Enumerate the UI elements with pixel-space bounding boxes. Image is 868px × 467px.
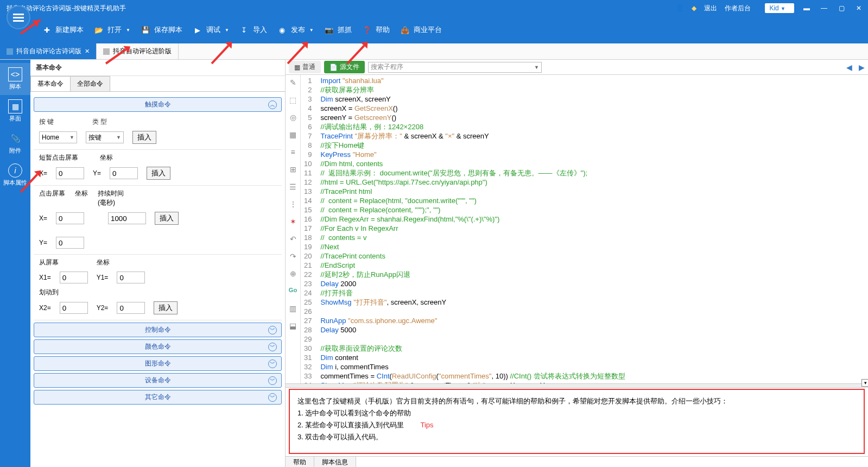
tool-icon[interactable]: ⬓ — [288, 321, 298, 331]
key-select[interactable]: Home▼ — [39, 131, 77, 143]
section-control[interactable]: 控制命令︾ — [34, 323, 282, 337]
subtab-all[interactable]: 全部命令 — [70, 76, 110, 91]
tab-poem-version[interactable]: 抖音自动评论古诗词版✕ — [0, 43, 97, 59]
shortclick-y-input[interactable] — [110, 167, 138, 179]
publish-icon: ◉ — [277, 24, 288, 35]
section-touch[interactable]: 触摸命令︽ — [34, 97, 282, 112]
save-icon: 💾 — [140, 24, 151, 35]
debug-button[interactable]: ▶调试▼ — [192, 24, 229, 35]
tool-icon[interactable]: ☰ — [288, 182, 298, 192]
new-script-button[interactable]: ✚新建脚本 — [41, 24, 84, 35]
click-y-input[interactable] — [56, 237, 84, 249]
bottom-tab-scriptinfo[interactable]: 脚本信息 — [314, 457, 356, 467]
tool-icon[interactable]: ≡ — [288, 148, 298, 157]
plus-icon: ✚ — [41, 24, 52, 35]
close-icon[interactable]: ✕ — [85, 48, 90, 55]
bottom-tab-help[interactable]: 帮助 — [286, 457, 314, 467]
minimize-icon[interactable]: ▬ — [802, 4, 812, 12]
panel-title: 基本命令 — [30, 60, 285, 76]
tool-icon[interactable]: ◎ — [288, 113, 298, 123]
swipe-x2-input[interactable] — [60, 302, 88, 314]
help-panel: 这里包含了按键精灵（手机版）官方目前支持的所有语句，有尽可能详细的帮助和例子，希… — [289, 389, 865, 454]
close-icon[interactable]: ✕ — [854, 4, 864, 12]
nav-fwd-button[interactable]: ▶ — [859, 63, 865, 72]
main-toolbar: ✚新建脚本 📂打开▼ 💾保存脚本 ▶调试▼ ↧导入 ◉发布▼ 📷抓抓 ❓帮助 👜… — [0, 16, 868, 43]
swipe-y1-input[interactable] — [117, 272, 145, 283]
folder-icon: 📂 — [93, 24, 104, 35]
help-line: 1. 选中命令可以看到这个命令的帮助 — [297, 407, 856, 419]
tool-icon[interactable]: ↷ — [288, 252, 298, 262]
help-icon: ❓ — [362, 24, 372, 35]
tool-icon[interactable]: ✶ — [288, 217, 298, 227]
nav-script[interactable]: <>脚本 — [0, 63, 30, 95]
logout-link[interactable]: 退出 — [704, 4, 717, 13]
biz-platform-button[interactable]: 👜商业平台 — [400, 24, 442, 35]
search-subroutine-input[interactable]: 搜索子程序▼ — [368, 62, 542, 73]
mode-source-button[interactable]: 📄源文件 — [324, 61, 365, 73]
import-button[interactable]: ↧导入 — [239, 24, 267, 35]
click-duration-input[interactable] — [108, 212, 146, 224]
window-controls-group: 👤 ◆ 退出 作者后台 Kid ▼ ▬ — ▢ ✕ — [676, 3, 864, 13]
maximize-icon[interactable]: ▢ — [837, 4, 846, 12]
subtab-basic[interactable]: 基本命令 — [30, 76, 71, 91]
tool-icon[interactable]: ⬚ — [288, 96, 298, 105]
splitter[interactable] — [286, 383, 868, 388]
grid-icon: ▦ — [8, 99, 22, 113]
collapse-help-button[interactable]: ▾ — [861, 379, 868, 387]
section-device[interactable]: 设备命令︾ — [34, 373, 282, 388]
left-nav: <>脚本 ▦界面 📎附件 i脚本属性 — [0, 60, 30, 467]
section-shape[interactable]: 图形命令︾ — [34, 356, 282, 371]
tool-icon[interactable]: ▦ — [288, 130, 298, 140]
capture-button[interactable]: 📷抓抓 — [324, 24, 352, 35]
tool-icon[interactable]: ▥ — [288, 304, 298, 314]
shortclick-x-input[interactable] — [56, 167, 84, 179]
click-x-input[interactable] — [56, 212, 84, 224]
nav-back-button[interactable]: ◀ — [846, 63, 852, 72]
chevron-up-icon: ︽ — [268, 100, 277, 109]
commands-panel: 基本命令 基本命令 全部命令 触摸命令︽ 按 键类 型 Home▼ 按键▼ 插入… — [30, 60, 286, 467]
section-other[interactable]: 其它命令︾ — [34, 390, 282, 405]
user-avatar-icon[interactable]: 👤 — [676, 4, 684, 12]
attachment-icon: 📎 — [8, 131, 22, 146]
insert-shortclick-button[interactable]: 插入 — [147, 167, 170, 180]
chevron-down-icon: ︾ — [268, 343, 277, 351]
minimize2-icon[interactable]: — — [819, 4, 829, 12]
publish-button[interactable]: ◉发布▼ — [277, 24, 314, 35]
type-select[interactable]: 按键▼ — [86, 131, 124, 143]
tool-icon[interactable]: ✎ — [288, 78, 298, 88]
swipe-x1-input[interactable] — [60, 272, 88, 283]
tool-icon[interactable]: ⊞ — [288, 165, 298, 175]
kid-dropdown[interactable]: Kid ▼ — [765, 3, 794, 13]
info-icon: i — [8, 163, 22, 178]
tips-label: Tips — [420, 421, 433, 429]
form-click-duration: 点击屏幕坐标持续时间(毫秒) X= 插入 Y= — [34, 186, 282, 255]
import-icon: ↧ — [239, 24, 250, 35]
form-swipe: 从屏幕坐标 X1= Y1= 划动到 X2= Y2= 插入 — [34, 255, 282, 320]
tool-icon[interactable]: ↶ — [288, 235, 298, 244]
file-icon — [7, 48, 13, 55]
help-button[interactable]: ❓帮助 — [362, 24, 390, 35]
section-color[interactable]: 颜色命令︾ — [34, 339, 282, 354]
save-script-button[interactable]: 💾保存脚本 — [140, 24, 182, 35]
form-keypress: 按 键类 型 Home▼ 按键▼ 插入 — [34, 114, 282, 150]
window-title: 抖音自动评论古诗词版-按键精灵手机助手 — [4, 4, 676, 13]
tool-icon[interactable]: ⊕ — [288, 269, 298, 279]
nav-ui[interactable]: ▦界面 — [0, 95, 30, 127]
open-button[interactable]: 📂打开▼ — [93, 24, 130, 35]
swipe-y2-input[interactable] — [117, 302, 145, 314]
insert-key-button[interactable]: 插入 — [132, 131, 156, 144]
titlebar: 抖音自动评论古诗词版-按键精灵手机助手 👤 ◆ 退出 作者后台 Kid ▼ ▬ … — [0, 0, 868, 16]
insert-click-button[interactable]: 插入 — [155, 212, 179, 225]
form-short-click: 短暂点击屏幕坐标 X= Y= 插入 — [34, 150, 282, 186]
tool-icon[interactable]: ⋮ — [288, 200, 298, 210]
go-icon[interactable]: Go — [288, 287, 298, 296]
help-line: 3. 双击命令可以插入代码。 — [297, 431, 856, 443]
nav-attach[interactable]: 📎附件 — [0, 127, 30, 159]
chevron-down-icon: ︾ — [268, 393, 277, 402]
code-editor[interactable]: 1234567891011121314151617181920212223242… — [301, 75, 868, 383]
chevron-down-icon: ▼ — [309, 28, 314, 33]
diamond-icon[interactable]: ◆ — [692, 4, 696, 12]
insert-swipe-button[interactable]: 插入 — [154, 301, 178, 314]
help-line: 这里包含了按键精灵（手机版）官方目前支持的所有语句，有尽可能详细的帮助和例子，希… — [297, 395, 856, 407]
author-bg-link[interactable]: 作者后台 — [725, 4, 751, 13]
